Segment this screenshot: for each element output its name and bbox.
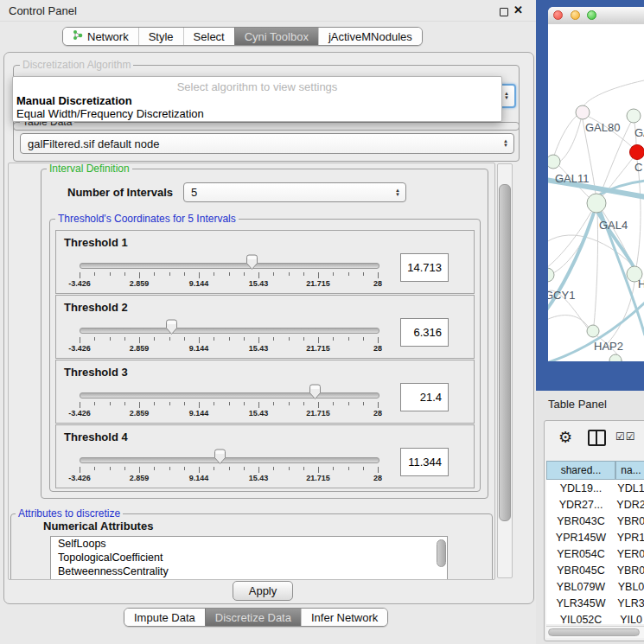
tick-mark xyxy=(154,402,155,405)
table-cell: YBL0 xyxy=(615,578,644,595)
zoom-traffic-light-icon[interactable] xyxy=(587,10,596,20)
table-cell: YLR345W xyxy=(546,595,615,611)
tick-mark xyxy=(258,337,259,343)
num-intervals-select[interactable]: 5 ▲▼ xyxy=(183,182,406,202)
slider-thumb[interactable] xyxy=(214,449,226,465)
tick-label: 15.43 xyxy=(249,409,269,418)
network-edge[interactable] xyxy=(594,213,598,325)
threshold-panel: Threshold 1-3.4262.8599.14415.4321.71528… xyxy=(55,230,475,294)
tick-label: 28 xyxy=(373,474,382,482)
threshold-value-field[interactable]: 6.316 xyxy=(400,318,449,347)
network-canvas[interactable]: GAL80GAGAL11CGAL4GCY1HHAP2 xyxy=(548,24,644,361)
network-node[interactable] xyxy=(576,105,590,119)
table-row[interactable]: YER054CYER0 xyxy=(546,545,644,562)
tick-label: 2.859 xyxy=(130,279,150,288)
tick-mark xyxy=(214,467,214,470)
threshold-value-field[interactable]: 14.713 xyxy=(400,253,449,282)
tab-select[interactable]: Select xyxy=(183,28,234,45)
slider-track[interactable] xyxy=(80,328,379,334)
gear-icon[interactable]: ⚙ xyxy=(558,428,572,447)
dropdown-option[interactable]: Manual Discretization xyxy=(16,94,132,107)
tab-jactivemnodules[interactable]: jActiveMNodules xyxy=(318,28,422,45)
list-item[interactable]: SelfLoops xyxy=(51,537,447,551)
tick-mark xyxy=(124,272,125,276)
slider-track[interactable] xyxy=(80,263,379,269)
network-node[interactable] xyxy=(548,155,560,169)
list-item[interactable]: TopologicalCoefficient xyxy=(51,551,447,564)
table-row[interactable]: YBL079WYBL0 xyxy=(546,578,644,595)
numerical-attributes-list[interactable]: SelfLoopsTopologicalCoefficientBetweenne… xyxy=(50,536,448,580)
tick-mark xyxy=(110,337,111,341)
tick-label: 15.43 xyxy=(249,344,269,353)
table-cell: YIL0 xyxy=(615,611,644,624)
tick-mark xyxy=(363,337,364,341)
network-edge[interactable] xyxy=(558,119,581,163)
close-icon[interactable]: ✕ xyxy=(513,3,523,16)
table-cell: YBR0 xyxy=(615,562,644,578)
column-header-2[interactable]: na... xyxy=(615,461,644,480)
tab-style[interactable]: Style xyxy=(138,28,183,45)
slider-track[interactable] xyxy=(80,392,379,399)
tab-label: Discretize Data xyxy=(215,611,291,624)
network-node[interactable] xyxy=(587,325,599,337)
float-window-icon[interactable] xyxy=(500,8,508,16)
table-row[interactable]: YDR27...YDR2 xyxy=(546,496,644,513)
tick-mark xyxy=(273,402,274,405)
table-cell: YPR145W xyxy=(546,529,615,545)
settings-scrollbar[interactable] xyxy=(497,163,513,578)
tick-label: -3.426 xyxy=(68,344,91,353)
network-window-titlebar[interactable] xyxy=(548,7,644,25)
tick-mark xyxy=(169,272,170,276)
horizontal-scrollbar-thumb[interactable] xyxy=(548,628,640,636)
apply-button[interactable]: Apply xyxy=(233,581,293,601)
table-row[interactable]: YLR345WYLR3 xyxy=(546,595,644,611)
threshold-value-field[interactable]: 21.4 xyxy=(400,383,449,411)
settings-scrollbar-thumb[interactable] xyxy=(499,184,511,521)
network-edge[interactable] xyxy=(554,116,577,156)
network-node[interactable] xyxy=(587,194,606,213)
network-edge[interactable] xyxy=(583,80,644,106)
tab-infer-network[interactable]: Infer Network xyxy=(301,609,387,626)
algorithm-dropdown-popup: Select algorithm to view settings Manual… xyxy=(12,76,502,122)
column-header-1[interactable]: shared... xyxy=(546,461,615,480)
dropdown-option[interactable]: Equal Width/Frequency Discretization xyxy=(16,107,204,120)
slider-thumb[interactable] xyxy=(245,254,258,271)
slider-thumb[interactable] xyxy=(309,384,322,400)
threshold-label: Threshold 1 xyxy=(64,236,128,249)
horizontal-scrollbar[interactable] xyxy=(546,626,644,638)
list-item[interactable]: BetweennessCentrality xyxy=(51,564,447,578)
slider-track[interactable] xyxy=(80,457,379,463)
close-traffic-light-icon[interactable] xyxy=(553,10,563,20)
select-columns-checkboxes-icon[interactable]: ☑☑ xyxy=(615,430,636,443)
threshold-value-field[interactable]: 11.344 xyxy=(400,448,449,476)
network-node[interactable] xyxy=(630,145,644,160)
tab-impute-data[interactable]: Impute Data xyxy=(124,609,205,626)
minimize-traffic-light-icon[interactable] xyxy=(571,10,580,20)
table-data-select[interactable]: galFiltered.sif default node ▲▼ xyxy=(20,133,514,154)
network-node[interactable] xyxy=(627,109,641,123)
table-row[interactable]: YBR043CYBR0 xyxy=(546,513,644,529)
table-header-row: shared...na... xyxy=(546,461,644,480)
tick-mark xyxy=(378,337,379,343)
tick-mark xyxy=(258,467,259,473)
tick-mark xyxy=(199,467,200,473)
network-edge[interactable] xyxy=(636,160,641,267)
tick-mark xyxy=(273,467,274,470)
tab-network[interactable]: Network xyxy=(63,28,138,45)
table-row[interactable]: YBR045CYBR0 xyxy=(546,562,644,578)
tick-mark xyxy=(378,272,379,278)
table-row[interactable]: YIL052CYIL0 xyxy=(546,611,644,624)
network-node[interactable] xyxy=(548,268,554,282)
tab-cyni-toolbox[interactable]: Cyni Toolbox xyxy=(234,28,318,45)
tick-mark xyxy=(244,272,245,276)
tab-discretize-data[interactable]: Discretize Data xyxy=(205,609,301,626)
slider-thumb[interactable] xyxy=(165,319,178,335)
tick-mark xyxy=(214,337,214,341)
network-node[interactable] xyxy=(609,354,622,361)
columns-icon[interactable] xyxy=(588,430,606,446)
list-scrollbar-thumb[interactable] xyxy=(437,539,446,567)
table-row[interactable]: YDL19...YDL1 xyxy=(546,480,644,496)
table-row[interactable]: YPR145WYPR1 xyxy=(546,529,644,545)
dropdown-hint: Select algorithm to view settings xyxy=(13,80,501,93)
num-intervals-value: 5 xyxy=(191,186,197,199)
